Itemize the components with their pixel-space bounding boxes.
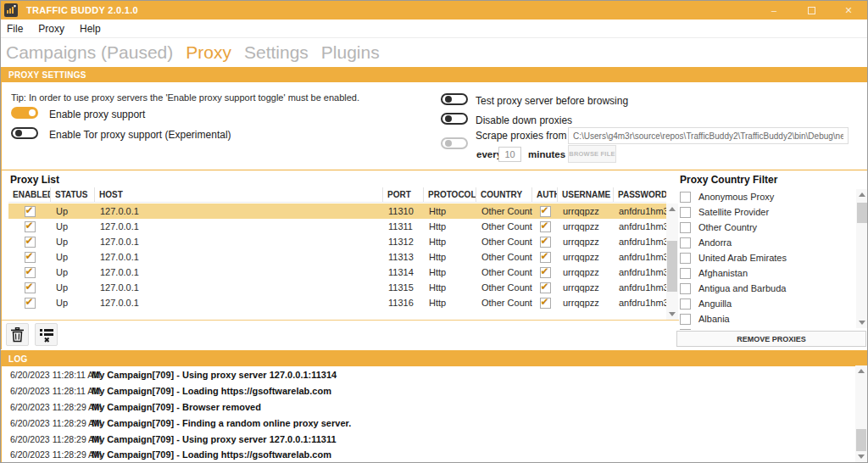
checkbox-unchecked[interactable] bbox=[680, 237, 691, 248]
scroll-up-icon[interactable] bbox=[859, 192, 865, 197]
cell-country: Other Country bbox=[476, 267, 532, 277]
country-filter-item[interactable]: United Arab Emirates bbox=[678, 250, 853, 265]
cell-country: Other Country bbox=[476, 221, 532, 232]
scroll-up-icon[interactable] bbox=[669, 207, 676, 211]
checkbox-checked[interactable] bbox=[25, 237, 36, 248]
checkbox-checked[interactable] bbox=[25, 282, 36, 293]
country-filter-label: Anonymous Proxy bbox=[698, 192, 774, 202]
checkbox-checked[interactable] bbox=[25, 252, 36, 263]
country-filter-item[interactable]: Other Country bbox=[678, 220, 853, 235]
checkbox-unchecked[interactable] bbox=[680, 283, 691, 294]
menu-item-help[interactable]: Help bbox=[80, 23, 101, 35]
scroll-down-icon[interactable] bbox=[669, 312, 676, 316]
country-filter-label: Anguilla bbox=[698, 298, 732, 309]
tab-bar: Campaigns (Paused)ProxySettingsPlugins bbox=[1, 38, 867, 67]
clear-proxy-list-button[interactable] bbox=[35, 323, 58, 346]
scrape-file-path-input[interactable] bbox=[568, 127, 849, 144]
checkbox-checked[interactable] bbox=[540, 237, 551, 248]
col-host[interactable]: HOST bbox=[95, 187, 383, 202]
col-port[interactable]: PORT bbox=[383, 187, 424, 202]
col-country[interactable]: COUNTRY bbox=[476, 187, 532, 202]
log-entry: 6/20/2023 11:28:29 AMMy Campaign[709] - … bbox=[3, 431, 855, 447]
checkbox-unchecked[interactable] bbox=[680, 314, 691, 325]
proxy-table-row[interactable]: Up127.0.0.111315HttpOther Countryurrqqpz… bbox=[8, 280, 666, 295]
enable-proxy-toggle[interactable] bbox=[11, 107, 38, 119]
log-message: My Campaign[709] - Loading https://gsoft… bbox=[92, 449, 331, 460]
country-filter-item[interactable]: Afghanistan bbox=[678, 265, 853, 281]
country-filter-item[interactable]: Albania bbox=[678, 311, 853, 326]
log-timestamp: 6/20/2023 11:28:29 AM bbox=[10, 449, 92, 460]
country-filter-item[interactable]: Anonymous Proxy bbox=[678, 189, 853, 204]
country-filter-label: Satellite Provider bbox=[698, 207, 769, 217]
scroll-up-icon[interactable] bbox=[858, 369, 865, 373]
log-scrollbar[interactable] bbox=[855, 365, 867, 462]
disable-down-toggle[interactable] bbox=[441, 113, 468, 125]
checkbox-checked[interactable] bbox=[540, 252, 551, 263]
proxy-table-row[interactable]: Up127.0.0.111314HttpOther Countryurrqqpz… bbox=[8, 265, 666, 280]
checkbox-unchecked[interactable] bbox=[680, 253, 691, 264]
checkbox-checked[interactable] bbox=[25, 298, 36, 309]
minimize-button[interactable]: – bbox=[755, 1, 793, 20]
test-proxy-toggle[interactable] bbox=[441, 93, 468, 105]
checkbox-checked[interactable] bbox=[25, 221, 36, 232]
country-filter-item[interactable]: Anguilla bbox=[678, 296, 853, 311]
proxy-table-row[interactable]: Up127.0.0.111311HttpOther Countryurrqqpz… bbox=[8, 219, 666, 234]
cell-protocol: Http bbox=[424, 282, 476, 293]
proxy-table-row[interactable]: Up127.0.0.111316HttpOther Countryurrqqpz… bbox=[8, 295, 666, 310]
maximize-button[interactable] bbox=[793, 1, 830, 20]
tab-plugins[interactable]: Plugins bbox=[321, 42, 380, 63]
proxy-settings-header: PROXY SETTINGS bbox=[2, 67, 868, 82]
proxy-table-row[interactable]: Up127.0.0.111310HttpOther Countryurrqqpz… bbox=[8, 204, 666, 219]
remove-proxies-button[interactable]: REMOVE PROXIES bbox=[676, 331, 866, 347]
cell-password: anfdru1hm3ds bbox=[614, 267, 666, 277]
checkbox-unchecked[interactable] bbox=[680, 192, 691, 203]
close-button[interactable]: ✕ bbox=[830, 1, 867, 20]
col-password[interactable]: PASSWORD bbox=[614, 187, 666, 202]
country-filter-scrollbar[interactable] bbox=[856, 189, 868, 328]
cell-protocol: Http bbox=[424, 298, 476, 308]
browse-file-button[interactable]: BROWSE FILE bbox=[568, 145, 616, 163]
country-filter-item[interactable]: Antigua and Barbuda bbox=[678, 281, 853, 296]
scrape-proxies-toggle[interactable] bbox=[441, 137, 468, 149]
scroll-down-icon[interactable] bbox=[859, 321, 865, 325]
checkbox-checked[interactable] bbox=[540, 221, 551, 232]
proxy-table-row[interactable]: Up127.0.0.111312HttpOther Countryurrqqpz… bbox=[8, 234, 666, 249]
country-filter-item[interactable]: Andorra bbox=[678, 235, 853, 250]
country-filter-item[interactable]: Satellite Provider bbox=[678, 204, 853, 220]
scroll-thumb[interactable] bbox=[856, 429, 866, 451]
checkbox-unchecked[interactable] bbox=[680, 222, 691, 233]
cell-protocol: Http bbox=[424, 221, 476, 232]
col-status[interactable]: STATUS bbox=[51, 187, 95, 202]
enable-tor-toggle[interactable] bbox=[11, 127, 38, 139]
checkbox-unchecked[interactable] bbox=[680, 329, 691, 331]
log-message: My Campaign[709] - Using proxy server 12… bbox=[92, 370, 337, 380]
scroll-thumb[interactable] bbox=[857, 203, 867, 223]
col-enabled[interactable]: ENABLED bbox=[8, 187, 51, 202]
tab-campaigns-paused[interactable]: Campaigns (Paused) bbox=[6, 42, 173, 63]
checkbox-checked[interactable] bbox=[25, 206, 36, 217]
proxy-table-row[interactable]: Up127.0.0.111313HttpOther Countryurrqqpz… bbox=[8, 249, 666, 265]
tab-settings[interactable]: Settings bbox=[244, 42, 309, 63]
checkbox-checked[interactable] bbox=[540, 267, 551, 278]
country-filter-label: Albania bbox=[698, 314, 730, 324]
tab-proxy[interactable]: Proxy bbox=[186, 42, 231, 63]
checkbox-checked[interactable] bbox=[540, 298, 551, 309]
enable-tor-label: Enable Tor proxy support (Experimental) bbox=[49, 129, 231, 141]
menu-item-proxy[interactable]: Proxy bbox=[38, 23, 64, 35]
checkbox-checked[interactable] bbox=[25, 267, 36, 278]
cell-password: anfdru1hm3ds bbox=[614, 298, 666, 308]
country-filter-item[interactable]: Armenia bbox=[678, 326, 853, 330]
col-username[interactable]: USERNAME bbox=[558, 187, 614, 202]
checkbox-unchecked[interactable] bbox=[680, 207, 691, 218]
checkbox-checked[interactable] bbox=[540, 282, 551, 293]
delete-proxy-button[interactable] bbox=[6, 323, 29, 346]
log-entry: 6/20/2023 11:28:11 AMMy Campaign[709] - … bbox=[3, 383, 855, 399]
scroll-down-icon[interactable] bbox=[858, 455, 865, 459]
checkbox-unchecked[interactable] bbox=[680, 298, 691, 310]
scrape-interval-input[interactable] bbox=[498, 147, 521, 162]
checkbox-checked[interactable] bbox=[540, 206, 551, 217]
checkbox-unchecked[interactable] bbox=[680, 268, 691, 279]
col-auth[interactable]: AUTH bbox=[532, 187, 558, 202]
col-protocol[interactable]: PROTOCOL bbox=[424, 187, 476, 202]
menu-item-file[interactable]: File bbox=[7, 23, 23, 35]
